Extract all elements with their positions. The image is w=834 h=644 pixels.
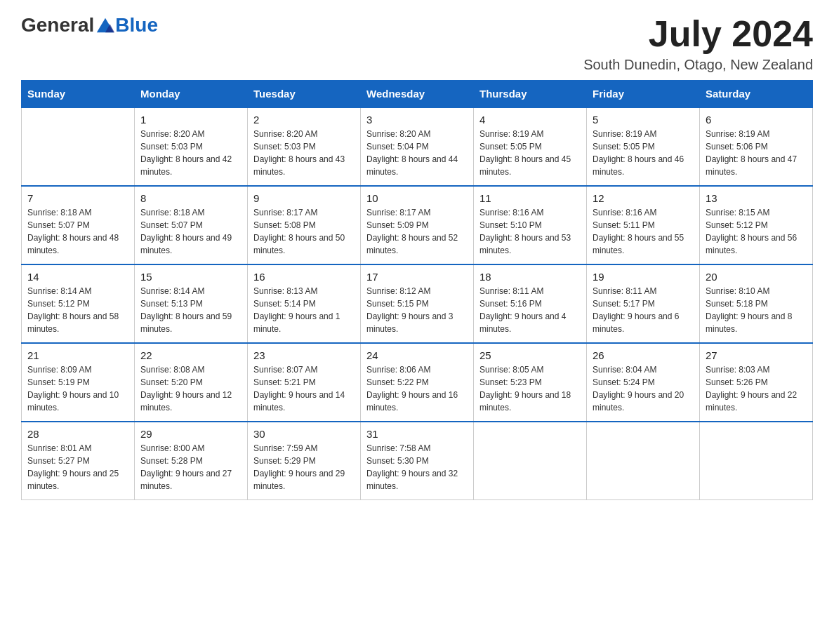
column-header-saturday: Saturday <box>700 81 813 108</box>
day-info: Sunrise: 8:16 AMSunset: 5:11 PMDaylight:… <box>593 206 694 257</box>
calendar-cell: 18Sunrise: 8:11 AMSunset: 5:16 PMDayligh… <box>474 264 587 343</box>
calendar-cell <box>587 422 700 500</box>
day-number: 11 <box>479 192 581 204</box>
day-number: 26 <box>593 349 694 361</box>
day-info: Sunrise: 8:18 AMSunset: 5:07 PMDaylight:… <box>140 206 241 257</box>
day-number: 29 <box>140 428 241 440</box>
calendar-cell: 13Sunrise: 8:15 AMSunset: 5:12 PMDayligh… <box>700 186 813 264</box>
day-number: 18 <box>479 271 581 283</box>
calendar-cell: 14Sunrise: 8:14 AMSunset: 5:12 PMDayligh… <box>22 264 135 343</box>
day-info: Sunrise: 8:01 AMSunset: 5:27 PMDaylight:… <box>27 442 128 492</box>
calendar-cell: 24Sunrise: 8:06 AMSunset: 5:22 PMDayligh… <box>361 343 474 422</box>
calendar-cell: 17Sunrise: 8:12 AMSunset: 5:15 PMDayligh… <box>361 264 474 343</box>
day-info: Sunrise: 8:20 AMSunset: 5:03 PMDaylight:… <box>253 128 355 178</box>
calendar-cell: 9Sunrise: 8:17 AMSunset: 5:08 PMDaylight… <box>248 186 361 264</box>
day-info: Sunrise: 8:11 AMSunset: 5:16 PMDaylight:… <box>479 285 581 335</box>
day-info: Sunrise: 8:11 AMSunset: 5:17 PMDaylight:… <box>593 285 694 335</box>
day-info: Sunrise: 8:10 AMSunset: 5:18 PMDaylight:… <box>706 285 807 335</box>
column-header-sunday: Sunday <box>22 81 135 108</box>
logo: General Blue <box>21 14 158 36</box>
calendar-cell: 5Sunrise: 8:19 AMSunset: 5:05 PMDaylight… <box>587 107 700 186</box>
title-area: July 2024 South Dunedin, Otago, New Zeal… <box>583 14 813 73</box>
calendar-cell: 16Sunrise: 8:13 AMSunset: 5:14 PMDayligh… <box>248 264 361 343</box>
day-info: Sunrise: 8:00 AMSunset: 5:28 PMDaylight:… <box>140 442 241 492</box>
calendar-cell: 19Sunrise: 8:11 AMSunset: 5:17 PMDayligh… <box>587 264 700 343</box>
calendar-week-row: 28Sunrise: 8:01 AMSunset: 5:27 PMDayligh… <box>22 422 813 500</box>
day-info: Sunrise: 8:12 AMSunset: 5:15 PMDaylight:… <box>366 285 468 335</box>
calendar-week-row: 21Sunrise: 8:09 AMSunset: 5:19 PMDayligh… <box>22 343 813 422</box>
day-number: 2 <box>253 114 355 126</box>
day-info: Sunrise: 8:19 AMSunset: 5:05 PMDaylight:… <box>593 128 694 178</box>
calendar-cell: 7Sunrise: 8:18 AMSunset: 5:07 PMDaylight… <box>22 186 135 264</box>
day-number: 6 <box>706 114 807 126</box>
day-info: Sunrise: 7:58 AMSunset: 5:30 PMDaylight:… <box>366 442 468 492</box>
day-info: Sunrise: 8:17 AMSunset: 5:08 PMDaylight:… <box>253 206 355 257</box>
calendar-week-row: 14Sunrise: 8:14 AMSunset: 5:12 PMDayligh… <box>22 264 813 343</box>
calendar-cell: 1Sunrise: 8:20 AMSunset: 5:03 PMDaylight… <box>135 107 248 186</box>
day-number: 13 <box>706 192 807 204</box>
day-number: 10 <box>366 192 468 204</box>
day-info: Sunrise: 8:14 AMSunset: 5:13 PMDaylight:… <box>140 285 241 335</box>
calendar-cell: 21Sunrise: 8:09 AMSunset: 5:19 PMDayligh… <box>22 343 135 422</box>
calendar-cell: 25Sunrise: 8:05 AMSunset: 5:23 PMDayligh… <box>474 343 587 422</box>
calendar-header-row: SundayMondayTuesdayWednesdayThursdayFrid… <box>22 81 813 108</box>
calendar-cell: 20Sunrise: 8:10 AMSunset: 5:18 PMDayligh… <box>700 264 813 343</box>
day-info: Sunrise: 8:03 AMSunset: 5:26 PMDaylight:… <box>706 363 807 414</box>
day-number: 12 <box>593 192 694 204</box>
day-number: 3 <box>366 114 468 126</box>
day-info: Sunrise: 8:17 AMSunset: 5:09 PMDaylight:… <box>366 206 468 257</box>
day-info: Sunrise: 8:20 AMSunset: 5:03 PMDaylight:… <box>140 128 241 178</box>
day-number: 9 <box>253 192 355 204</box>
calendar-cell: 22Sunrise: 8:08 AMSunset: 5:20 PMDayligh… <box>135 343 248 422</box>
calendar-cell: 26Sunrise: 8:04 AMSunset: 5:24 PMDayligh… <box>587 343 700 422</box>
day-info: Sunrise: 8:13 AMSunset: 5:14 PMDaylight:… <box>253 285 355 335</box>
logo-icon <box>95 15 115 35</box>
day-number: 31 <box>366 428 468 440</box>
day-number: 15 <box>140 271 241 283</box>
logo-text-blue: Blue <box>115 14 158 36</box>
day-info: Sunrise: 8:09 AMSunset: 5:19 PMDaylight:… <box>27 363 128 414</box>
day-number: 17 <box>366 271 468 283</box>
day-number: 21 <box>27 349 128 361</box>
calendar-cell: 8Sunrise: 8:18 AMSunset: 5:07 PMDaylight… <box>135 186 248 264</box>
day-info: Sunrise: 8:07 AMSunset: 5:21 PMDaylight:… <box>253 363 355 414</box>
calendar-cell <box>700 422 813 500</box>
day-number: 23 <box>253 349 355 361</box>
day-number: 16 <box>253 271 355 283</box>
column-header-monday: Monday <box>135 81 248 108</box>
column-header-friday: Friday <box>587 81 700 108</box>
day-number: 25 <box>479 349 581 361</box>
calendar-cell: 27Sunrise: 8:03 AMSunset: 5:26 PMDayligh… <box>700 343 813 422</box>
day-info: Sunrise: 8:14 AMSunset: 5:12 PMDaylight:… <box>27 285 128 335</box>
calendar-cell: 23Sunrise: 8:07 AMSunset: 5:21 PMDayligh… <box>248 343 361 422</box>
calendar-cell: 6Sunrise: 8:19 AMSunset: 5:06 PMDaylight… <box>700 107 813 186</box>
calendar-cell <box>22 107 135 186</box>
calendar-cell: 29Sunrise: 8:00 AMSunset: 5:28 PMDayligh… <box>135 422 248 500</box>
calendar-cell: 4Sunrise: 8:19 AMSunset: 5:05 PMDaylight… <box>474 107 587 186</box>
calendar-cell: 11Sunrise: 8:16 AMSunset: 5:10 PMDayligh… <box>474 186 587 264</box>
location-subtitle: South Dunedin, Otago, New Zealand <box>583 57 813 73</box>
calendar-cell: 30Sunrise: 7:59 AMSunset: 5:29 PMDayligh… <box>248 422 361 500</box>
day-info: Sunrise: 8:19 AMSunset: 5:05 PMDaylight:… <box>479 128 581 178</box>
calendar-cell: 3Sunrise: 8:20 AMSunset: 5:04 PMDaylight… <box>361 107 474 186</box>
month-year-title: July 2024 <box>583 14 813 54</box>
day-number: 1 <box>140 114 241 126</box>
day-info: Sunrise: 8:05 AMSunset: 5:23 PMDaylight:… <box>479 363 581 414</box>
calendar-week-row: 7Sunrise: 8:18 AMSunset: 5:07 PMDaylight… <box>22 186 813 264</box>
day-info: Sunrise: 8:08 AMSunset: 5:20 PMDaylight:… <box>140 363 241 414</box>
logo-text-general: General <box>21 14 94 36</box>
day-number: 27 <box>706 349 807 361</box>
calendar-cell: 31Sunrise: 7:58 AMSunset: 5:30 PMDayligh… <box>361 422 474 500</box>
day-number: 14 <box>27 271 128 283</box>
day-info: Sunrise: 7:59 AMSunset: 5:29 PMDaylight:… <box>253 442 355 492</box>
column-header-wednesday: Wednesday <box>361 81 474 108</box>
calendar-week-row: 1Sunrise: 8:20 AMSunset: 5:03 PMDaylight… <box>22 107 813 186</box>
day-number: 8 <box>140 192 241 204</box>
day-number: 7 <box>27 192 128 204</box>
day-info: Sunrise: 8:04 AMSunset: 5:24 PMDaylight:… <box>593 363 694 414</box>
day-number: 20 <box>706 271 807 283</box>
calendar-cell: 15Sunrise: 8:14 AMSunset: 5:13 PMDayligh… <box>135 264 248 343</box>
day-info: Sunrise: 8:16 AMSunset: 5:10 PMDaylight:… <box>479 206 581 257</box>
day-info: Sunrise: 8:20 AMSunset: 5:04 PMDaylight:… <box>366 128 468 178</box>
day-number: 19 <box>593 271 694 283</box>
